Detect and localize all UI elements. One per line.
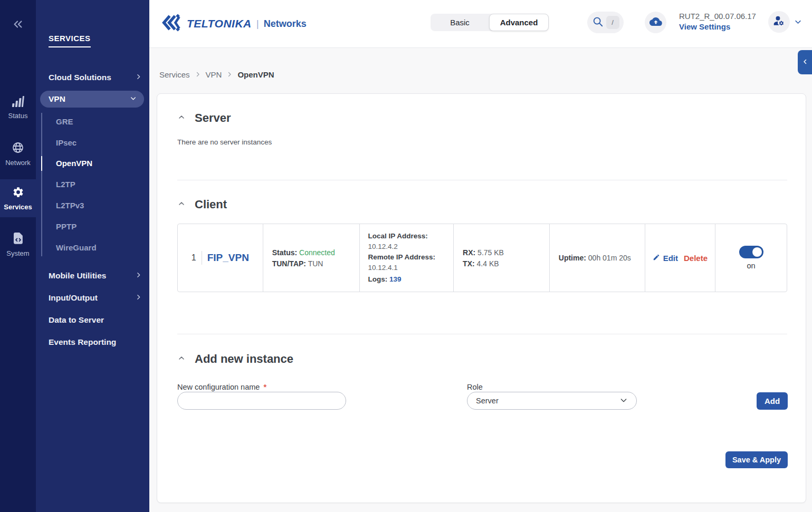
sidebar-item-data-to-server[interactable]: Data to Server xyxy=(49,314,142,326)
sidebar-item-ipsec[interactable]: IPsec xyxy=(56,138,140,147)
rail-item-status[interactable]: Status xyxy=(0,89,36,127)
collapse-chevron-up-icon xyxy=(177,113,186,123)
sidebar-item-l2tp[interactable]: L2TP xyxy=(56,180,140,189)
status-cell: Status: Connected TUN/TAP: TUN xyxy=(263,224,360,292)
cloud-upload-icon xyxy=(649,15,662,30)
sidebar-item-openvpn[interactable]: OpenVPN xyxy=(56,159,140,168)
local-ip-value: 10.12.4.2 xyxy=(368,241,453,252)
chevron-right-icon xyxy=(195,70,201,79)
sidebar-item-events-reporting[interactable]: Events Reporting xyxy=(49,336,142,348)
sidebar-item-gre[interactable]: GRE xyxy=(56,117,140,126)
instance-name-cell: 1 FIP_VPN xyxy=(178,224,263,292)
active-item-marker xyxy=(41,156,42,171)
chevron-left-icon xyxy=(802,57,808,67)
client-section-header[interactable]: Client xyxy=(177,198,227,211)
sidebar-item-label: Events Reporting xyxy=(49,337,116,347)
chevron-right-icon xyxy=(135,293,142,303)
collapse-chevron-up-icon xyxy=(177,199,186,210)
tx-label: TX: xyxy=(463,259,475,268)
sidebar-item-wireguard[interactable]: WireGuard xyxy=(56,243,140,252)
sidebar-item-input-output[interactable]: Input/Output xyxy=(49,292,142,304)
uptime-cell: Uptime: 00h 01m 20s xyxy=(550,224,645,292)
view-settings-link[interactable]: View Settings xyxy=(679,22,756,31)
add-instance-section-header[interactable]: Add new instance xyxy=(177,352,293,366)
chevron-right-icon xyxy=(135,271,142,281)
delete-button[interactable]: Delete xyxy=(684,254,708,263)
icon-rail: Status Network Services System xyxy=(0,0,36,512)
logo-wordmark: TELTONIKA xyxy=(187,17,252,30)
rx-value: 5.75 KB xyxy=(477,248,504,257)
ip-cell: Local IP Address: 10.12.4.2 Remote IP Ad… xyxy=(360,224,454,292)
search-icon xyxy=(592,16,604,30)
breadcrumb-services[interactable]: Services xyxy=(159,70,190,79)
index-name-separator xyxy=(202,251,202,265)
rail-item-label: System xyxy=(6,249,29,257)
top-header: TELTONIKA | Networks Basic Advanced / RU… xyxy=(149,0,812,48)
chevron-down-icon xyxy=(619,396,628,406)
user-gear-icon xyxy=(772,14,786,30)
required-asterisk: * xyxy=(263,383,266,391)
remote-ip-label: Remote IP Address: xyxy=(368,252,453,263)
vpn-submenu: GRE IPsec OpenVPN L2TP L2TPv3 PPTP WireG… xyxy=(41,113,42,256)
server-section-header[interactable]: Server xyxy=(177,111,231,125)
collapse-chevron-up-icon xyxy=(177,354,186,364)
sidebar-collapse-button[interactable] xyxy=(0,17,36,34)
tab-advanced[interactable]: Advanced xyxy=(489,14,549,31)
logs-label: Logs: xyxy=(368,275,387,283)
sidebar-item-pptp[interactable]: PPTP xyxy=(56,222,140,231)
rail-item-system[interactable]: System xyxy=(0,226,36,264)
openvpn-card: Server There are no server instances Cli… xyxy=(157,93,806,503)
remote-ip-value: 10.12.4.1 xyxy=(368,263,453,273)
rail-item-network[interactable]: Network xyxy=(0,135,36,173)
rx-label: RX: xyxy=(463,248,475,257)
sidebar-title: SERVICES xyxy=(49,34,91,47)
new-config-name-input[interactable] xyxy=(177,392,346,410)
tab-basic[interactable]: Basic xyxy=(431,14,489,31)
toggle-knob xyxy=(752,247,762,257)
instance-name-link[interactable]: FIP_VPN xyxy=(207,252,249,264)
local-ip-label: Local IP Address: xyxy=(368,231,453,241)
tx-value: 4.4 KB xyxy=(477,259,499,268)
edit-label: Edit xyxy=(663,254,678,263)
user-menu-chevron-down-icon[interactable] xyxy=(794,18,802,28)
sidebar-item-cloud-solutions[interactable]: Cloud Solutions xyxy=(49,72,142,83)
breadcrumb-vpn[interactable]: VPN xyxy=(206,70,222,79)
mode-switcher: Basic Advanced xyxy=(431,14,549,31)
sidebar-item-label: Data to Server xyxy=(49,315,104,325)
section-divider xyxy=(177,334,787,334)
edit-button[interactable]: Edit xyxy=(653,254,678,263)
panel-collapse-tab[interactable] xyxy=(798,50,812,74)
tuntap-label: TUN/TAP: xyxy=(272,259,306,268)
logs-link[interactable]: 139 xyxy=(389,275,402,283)
client-instance-table: 1 FIP_VPN Status: Connected TUN/TAP: TUN… xyxy=(177,224,787,292)
uptime-label: Uptime: xyxy=(559,254,586,262)
uptime-value: 00h 01m 20s xyxy=(588,254,631,262)
search-button[interactable]: / xyxy=(587,12,624,33)
new-config-name-label: New configuration name* xyxy=(177,383,266,391)
chevron-right-icon xyxy=(135,73,142,82)
section-title: Server xyxy=(195,111,231,125)
teltonika-logo[interactable]: TELTONIKA | Networks xyxy=(162,14,307,34)
globe-icon xyxy=(12,141,24,156)
services-sidebar: SERVICES Cloud Solutions VPN GRE IPsec O… xyxy=(36,0,149,512)
status-value: Connected xyxy=(299,248,335,257)
breadcrumb-openvpn: OpenVPN xyxy=(237,70,274,79)
save-apply-button[interactable]: Save & Apply xyxy=(725,451,788,468)
status-label: Status: xyxy=(272,248,297,257)
sim-card-icon xyxy=(13,233,24,247)
instance-enable-toggle[interactable] xyxy=(739,246,763,258)
user-menu-button[interactable] xyxy=(768,11,790,33)
sidebar-item-label: Mobile Utilities xyxy=(49,271,106,281)
rail-item-services[interactable]: Services xyxy=(0,179,36,217)
sidebar-item-vpn[interactable]: VPN xyxy=(40,91,144,108)
role-select[interactable]: Server xyxy=(467,392,637,410)
tuntap-value: TUN xyxy=(308,259,323,268)
add-button[interactable]: Add xyxy=(757,392,788,410)
sidebar-item-l2tpv3[interactable]: L2TPv3 xyxy=(56,201,140,210)
role-selected-value: Server xyxy=(476,397,499,405)
role-label: Role xyxy=(467,383,483,391)
rms-cloud-button[interactable] xyxy=(645,12,666,33)
breadcrumb: Services VPN OpenVPN xyxy=(159,70,274,79)
sidebar-item-mobile-utilities[interactable]: Mobile Utilities xyxy=(49,270,142,282)
section-divider xyxy=(177,180,787,180)
